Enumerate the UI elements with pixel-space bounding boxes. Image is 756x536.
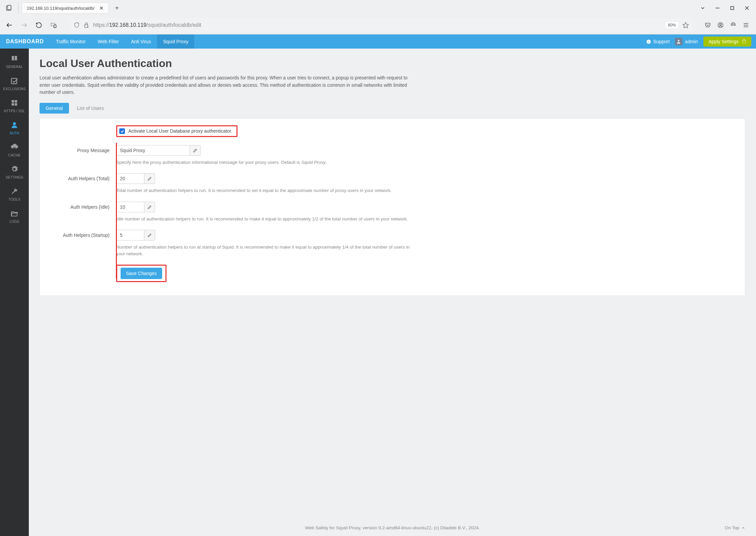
sidebar-item-settings[interactable]: SETTINGS	[0, 160, 29, 183]
url-host: 192.168.10.119	[109, 22, 146, 28]
sidebar-item-label: EXCLUSIONS	[3, 87, 26, 91]
gear-icon	[10, 165, 18, 173]
footer: Web Safety for Squid Proxy, version 9.2-…	[40, 512, 745, 536]
nav-anti-virus[interactable]: Anti Virus	[125, 35, 157, 49]
sidebar-item-https-ssl[interactable]: HTTPS / SSL	[0, 94, 29, 116]
row-helpers-total: Auth Helpers (Total) Total number of aut…	[49, 173, 736, 200]
svg-point-13	[720, 24, 721, 25]
edit-icon[interactable]	[144, 230, 155, 241]
shield-icon[interactable]	[74, 22, 80, 28]
user-icon	[10, 121, 18, 129]
nav-bar: https://192.168.10.119/squid/auth/locald…	[0, 16, 756, 34]
info-icon: i	[646, 39, 651, 44]
activate-checkbox[interactable]	[119, 128, 125, 134]
svg-point-19	[678, 40, 680, 42]
url-path: /squid/auth/localdb/edit	[146, 22, 201, 28]
top-nav: DASHBOARD Traffic Monitor Web Filter Ant…	[0, 35, 756, 49]
sidebar-item-tools[interactable]: TOOLS	[0, 183, 29, 205]
recent-pages-icon[interactable]	[3, 2, 15, 14]
check-square-icon	[10, 77, 18, 85]
page-title: Local User Authentication	[40, 57, 745, 70]
chevron-up-icon	[741, 526, 745, 530]
user-chip[interactable]: admin	[675, 38, 698, 45]
responsive-design-icon[interactable]	[49, 20, 58, 30]
tab-bar: 192.168.10.119/squid/auth/localdb/ ✕ +	[0, 0, 756, 16]
svg-rect-23	[12, 103, 14, 106]
row-proxy-message: Proxy Message Specify here the proxy aut…	[49, 145, 736, 172]
username: admin	[685, 39, 698, 44]
tab-general[interactable]: General	[40, 103, 69, 114]
edit-icon[interactable]	[144, 202, 155, 212]
back-button[interactable]	[5, 20, 14, 30]
svg-rect-3	[731, 7, 734, 10]
new-tab-button[interactable]: +	[112, 3, 122, 13]
url-text: https://192.168.10.119/squid/auth/locald…	[93, 22, 662, 28]
lock-warning-icon[interactable]	[83, 22, 90, 28]
edit-icon[interactable]	[190, 145, 201, 156]
cloud-download-icon	[10, 143, 18, 151]
row-helpers-startup: Auth Helpers (Startup) Number of authent…	[49, 230, 736, 264]
highlight-activate: Activate Local User Database proxy authe…	[116, 125, 237, 137]
nav-squid-proxy[interactable]: Squid Proxy	[157, 35, 194, 49]
sidebar: GENERAL EXCLUSIONS HTTPS / SSL AUTH CACH…	[0, 49, 29, 536]
label-helpers-startup: Auth Helpers (Startup)	[49, 230, 116, 238]
extensions-icon[interactable]	[730, 22, 737, 28]
on-top-link[interactable]: On Top	[725, 525, 745, 530]
pocket-icon[interactable]	[704, 22, 711, 28]
url-bar[interactable]: https://192.168.10.119/squid/auth/locald…	[70, 19, 692, 31]
sidebar-item-cache[interactable]: CACHE	[0, 138, 29, 160]
zoom-badge[interactable]: 80%	[665, 21, 679, 29]
sidebar-item-label: AUTH	[10, 131, 19, 135]
reload-button[interactable]	[34, 20, 44, 30]
browser-tab[interactable]: 192.168.10.119/squid/auth/localdb/ ✕	[22, 2, 109, 14]
wrench-icon	[10, 187, 18, 195]
close-window-icon[interactable]	[744, 5, 750, 11]
activate-row: Activate Local User Database proxy authe…	[116, 125, 736, 137]
tabs-dropdown-icon[interactable]	[700, 5, 706, 11]
folder-open-icon	[10, 209, 18, 217]
label-helpers-idle: Auth Helpers (Idle)	[49, 202, 116, 210]
forward-button[interactable]	[19, 20, 29, 30]
app: DASHBOARD Traffic Monitor Web Filter Ant…	[0, 35, 756, 536]
url-scheme: https://	[93, 22, 109, 28]
grid-icon	[10, 99, 18, 107]
form-body: Activate Local User Database proxy authe…	[49, 125, 736, 282]
minimize-icon[interactable]	[714, 5, 720, 11]
helpers-total-input[interactable]	[116, 173, 144, 184]
form-panel: Activate Local User Database proxy authe…	[40, 118, 745, 296]
help-helpers-startup: Number of authentication helpers to run …	[116, 244, 411, 258]
svg-rect-24	[15, 103, 17, 106]
menu-icon[interactable]	[743, 22, 749, 28]
apply-settings-button[interactable]: Apply Settings	[703, 37, 752, 47]
svg-rect-9	[54, 25, 56, 27]
spinner-icon	[742, 40, 746, 44]
tab-list-of-users[interactable]: List of Users	[71, 103, 110, 114]
nav-traffic-monitor[interactable]: Traffic Monitor	[50, 35, 92, 49]
body-area: GENERAL EXCLUSIONS HTTPS / SSL AUTH CACH…	[0, 49, 756, 536]
bookmark-star-icon[interactable]	[682, 22, 689, 28]
footer-text: Web Safety for Squid Proxy, version 9.2-…	[305, 525, 480, 530]
account-icon[interactable]	[717, 22, 724, 28]
sidebar-item-exclusions[interactable]: EXCLUSIONS	[0, 72, 29, 94]
svg-marker-11	[683, 22, 689, 28]
close-tab-icon[interactable]: ✕	[98, 5, 105, 11]
proxy-message-input[interactable]	[116, 145, 190, 156]
avatar-icon	[675, 38, 682, 45]
edit-icon[interactable]	[144, 173, 155, 184]
tabs: General List of Users	[40, 103, 745, 114]
tab-title: 192.168.10.119/squid/auth/localdb/	[27, 6, 94, 11]
row-save: Save Changes	[49, 265, 736, 282]
maximize-icon[interactable]	[729, 5, 735, 11]
helpers-idle-input[interactable]	[116, 202, 144, 212]
sidebar-item-general[interactable]: GENERAL	[0, 50, 29, 72]
helpers-startup-input[interactable]	[116, 230, 144, 241]
nav-web-filter[interactable]: Web Filter	[92, 35, 125, 49]
book-icon	[10, 55, 18, 63]
support-link[interactable]: i Support	[646, 39, 670, 44]
svg-rect-1	[8, 5, 11, 10]
sidebar-item-auth[interactable]: AUTH	[0, 116, 29, 138]
save-button[interactable]: Save Changes	[121, 268, 162, 279]
sidebar-item-logs[interactable]: LOGS	[0, 205, 29, 227]
apply-label: Apply Settings	[709, 39, 739, 44]
brand[interactable]: DASHBOARD	[0, 35, 50, 49]
